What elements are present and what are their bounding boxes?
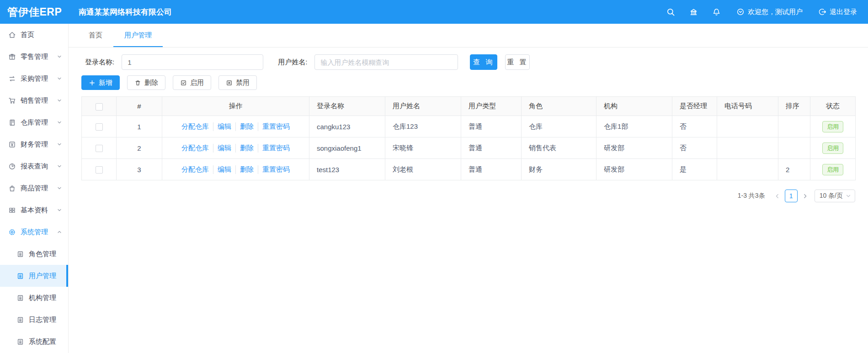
chevron-right-icon xyxy=(802,193,808,199)
edit-link[interactable]: 编辑 xyxy=(213,165,235,174)
tab-user-management[interactable]: 用户管理 xyxy=(113,24,163,47)
delete-button-label: 删除 xyxy=(144,79,158,87)
delete-link[interactable]: 删除 xyxy=(235,165,258,174)
cell-sort: 2 xyxy=(778,159,810,180)
user-menu[interactable]: 欢迎您，测试用户 xyxy=(736,8,803,16)
sidebar-item-label: 首页 xyxy=(21,31,34,39)
page-size-select[interactable]: 10 条/页 xyxy=(815,190,855,202)
col-role: 角色 xyxy=(522,97,596,116)
sidebar-item-label: 财务管理 xyxy=(21,140,48,149)
doc-list-icon xyxy=(16,338,24,346)
chevron-up-icon xyxy=(57,229,62,235)
page-number-button[interactable]: 1 xyxy=(785,190,798,202)
cell-role: 财务 xyxy=(522,159,596,180)
sidebar-item-finance[interactable]: 财务管理 xyxy=(0,133,68,155)
pagination-summary: 1-3 共3条 xyxy=(738,192,765,200)
logout-button[interactable]: 退出登录 xyxy=(818,8,857,16)
chevron-down-icon xyxy=(57,98,62,103)
delete-link[interactable]: 删除 xyxy=(235,144,258,153)
search-button[interactable]: 查 询 xyxy=(470,54,497,70)
assign-warehouse-link[interactable]: 分配仓库 xyxy=(177,144,213,153)
enable-button[interactable]: 启用 xyxy=(173,75,211,90)
edit-link[interactable]: 编辑 xyxy=(213,122,235,131)
col-login-name: 登录名称 xyxy=(309,97,385,116)
filter-form: 登录名称: 用户姓名: 查 询 重 置 xyxy=(85,54,855,70)
home-icon xyxy=(8,31,16,39)
cell-sort xyxy=(778,116,810,137)
check-square-icon xyxy=(180,79,187,86)
chevron-down-icon xyxy=(57,185,62,191)
add-button[interactable]: 新增 xyxy=(81,75,120,90)
table-row: 2 分配仓库编辑删除重置密码 songxiaofeng1 宋晓锋 普通 销售代表… xyxy=(82,137,856,159)
sidebar-item-org-management[interactable]: 机构管理 xyxy=(0,287,68,309)
sidebar-item-basedata[interactable]: 基本资料 xyxy=(0,199,68,221)
sidebar-item-home[interactable]: 首页 xyxy=(0,24,68,46)
sidebar-item-user-management[interactable]: 用户管理 xyxy=(0,265,68,287)
row-actions: 分配仓库编辑删除重置密码 xyxy=(170,144,302,153)
delete-button[interactable]: 删除 xyxy=(127,75,165,90)
doc-list-icon xyxy=(16,272,24,280)
reset-password-link[interactable]: 重置密码 xyxy=(258,144,294,153)
retail-icon xyxy=(8,53,16,61)
doc-list-icon xyxy=(16,316,24,324)
sidebar-item-warehouse[interactable]: 仓库管理 xyxy=(0,111,68,133)
sidebar-item-label: 角色管理 xyxy=(29,250,56,258)
bank-icon[interactable] xyxy=(689,7,698,16)
sidebar-item-log-management[interactable]: 日志管理 xyxy=(0,309,68,331)
sidebar-item-system-config[interactable]: 系统配置 xyxy=(0,331,68,353)
assign-warehouse-link[interactable]: 分配仓库 xyxy=(177,122,213,131)
sidebar-item-reports[interactable]: 报表查询 xyxy=(0,155,68,177)
cell-name: 宋晓锋 xyxy=(385,137,461,159)
row-checkbox[interactable] xyxy=(96,166,103,174)
edit-link[interactable]: 编辑 xyxy=(213,144,235,153)
sidebar-item-retail[interactable]: 零售管理 xyxy=(0,46,68,68)
col-user-name: 用户姓名 xyxy=(385,97,461,116)
sidebar-item-role-management[interactable]: 角色管理 xyxy=(0,243,68,265)
logout-icon xyxy=(818,8,826,16)
add-button-label: 新增 xyxy=(99,79,112,87)
row-checkbox[interactable] xyxy=(96,145,103,152)
sidebar-item-sales[interactable]: 销售管理 xyxy=(0,90,68,111)
sidebar-item-goods[interactable]: 商品管理 xyxy=(0,177,68,199)
cell-org: 研发部 xyxy=(596,137,672,159)
header-actions: 欢迎您，测试用户 退出登录 xyxy=(652,7,868,16)
sidebar-item-label: 系统管理 xyxy=(21,228,48,237)
disable-button[interactable]: 禁用 xyxy=(218,75,257,90)
cell-index: 3 xyxy=(117,159,162,180)
report-pie-icon xyxy=(8,163,16,170)
cell-type: 普通 xyxy=(461,137,522,159)
tab-home[interactable]: 首页 xyxy=(78,24,113,47)
col-sort: 排序 xyxy=(778,97,810,116)
cell-role: 仓库 xyxy=(522,116,596,137)
tab-bar: 首页 用户管理 xyxy=(69,24,868,47)
select-all-checkbox[interactable] xyxy=(96,103,103,111)
system-gear-icon xyxy=(8,228,16,236)
table-row: 1 分配仓库编辑删除重置密码 cangku123 仓库123 普通 仓库 仓库1… xyxy=(82,116,856,137)
prev-page-button[interactable] xyxy=(772,193,783,199)
reset-button[interactable]: 重 置 xyxy=(505,54,530,70)
cell-phone xyxy=(717,159,778,180)
doc-list-icon xyxy=(16,294,24,302)
table-row: 3 分配仓库编辑删除重置密码 test123 刘老根 普通 财务 研发部 是 2 xyxy=(82,159,856,180)
reset-password-link[interactable]: 重置密码 xyxy=(258,122,294,131)
bell-icon[interactable] xyxy=(712,7,721,16)
reset-password-link[interactable]: 重置密码 xyxy=(258,165,294,174)
next-page-button[interactable] xyxy=(799,193,811,199)
user-name-input[interactable] xyxy=(314,54,458,70)
logout-text: 退出登录 xyxy=(830,8,857,16)
cell-type: 普通 xyxy=(461,159,522,180)
sidebar-item-purchase[interactable]: 采购管理 xyxy=(0,68,68,90)
row-checkbox[interactable] xyxy=(96,123,103,131)
sidebar-item-system[interactable]: 系统管理 xyxy=(0,221,68,243)
chevron-down-icon xyxy=(57,207,62,213)
user-circle-chevron-icon xyxy=(736,8,745,16)
disable-button-label: 禁用 xyxy=(236,79,250,87)
search-icon[interactable] xyxy=(666,7,675,16)
login-name-input[interactable] xyxy=(122,54,263,70)
sidebar-item-label: 零售管理 xyxy=(21,53,48,61)
main-area: 首页 用户管理 登录名称: 用户姓名: 查 询 重 置 xyxy=(69,24,868,353)
sidebar-item-label: 销售管理 xyxy=(21,96,48,105)
assign-warehouse-link[interactable]: 分配仓库 xyxy=(177,165,213,174)
delete-link[interactable]: 删除 xyxy=(235,122,258,131)
sidebar-item-label: 机构管理 xyxy=(29,294,56,302)
